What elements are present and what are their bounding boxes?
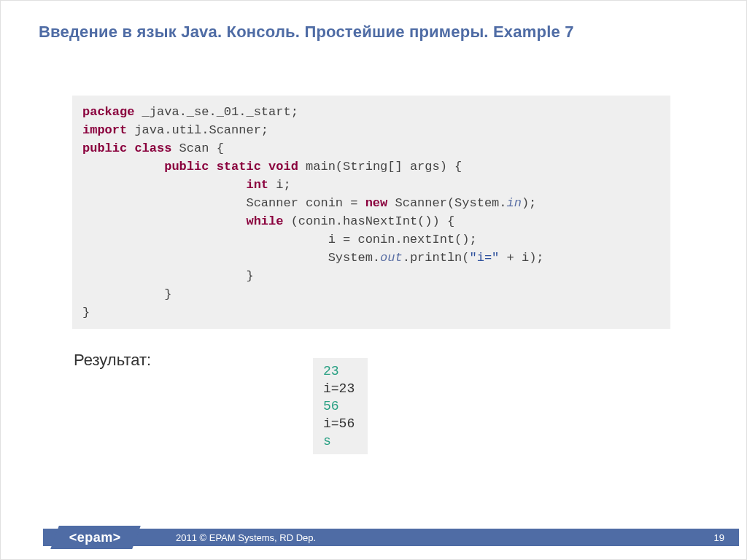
result-block: 23 i=23 56 i=56 s — [313, 358, 368, 454]
kw-method: public static void — [164, 160, 298, 174]
epam-logo: <epam> — [50, 526, 141, 549]
result-input: 23 — [323, 364, 339, 378]
code-text: } — [164, 287, 171, 301]
code-block: package _java._se._01._start; import jav… — [72, 96, 670, 329]
code-text: Scanner(System. — [387, 196, 506, 210]
code-text: (conin.hasNextInt()) { — [283, 214, 454, 228]
result-output: i=56 — [323, 416, 355, 431]
code-text: java.util.Scanner; — [127, 123, 268, 137]
code-pad — [82, 287, 164, 301]
kw-int: int — [246, 178, 268, 192]
code-text: + i); — [499, 251, 543, 265]
result-input: s — [323, 434, 331, 448]
footer-bar — [43, 529, 739, 546]
kw-import: import — [82, 123, 127, 137]
code-pad — [82, 269, 246, 283]
code-text: main(String[] args) { — [298, 160, 462, 174]
code-pad — [82, 196, 246, 210]
logo-text: <epam> — [69, 530, 121, 545]
kw-new: new — [365, 196, 388, 210]
code-pad — [82, 214, 246, 228]
code-pad — [82, 178, 246, 192]
code-text: } — [82, 306, 90, 319]
string-literal: "i=" — [470, 251, 500, 265]
page-number: 19 — [714, 532, 724, 543]
result-label: Результат: — [74, 351, 151, 370]
result-output: i=23 — [323, 381, 355, 396]
code-text: .println( — [403, 251, 470, 265]
slide-title: Введение в язык Java. Консоль. Простейши… — [39, 23, 708, 42]
kw-package: package — [82, 105, 134, 119]
code-text: Scan { — [171, 141, 223, 155]
kw-public-class: public class — [82, 141, 171, 155]
kw-while: while — [246, 214, 283, 228]
code-text: } — [246, 269, 253, 283]
slide: Введение в язык Java. Консоль. Простейши… — [0, 0, 747, 560]
code-text: i; — [268, 178, 291, 192]
code-pad — [82, 233, 328, 246]
code-text: ); — [522, 196, 536, 210]
code-text: Scanner conin = — [246, 196, 365, 210]
copyright-text: 2011 © EPAM Systems, RD Dep. — [176, 532, 316, 543]
code-pad — [82, 160, 164, 174]
result-input: 56 — [323, 399, 339, 413]
code-pad — [82, 251, 328, 265]
code-text: System. — [328, 251, 380, 265]
code-text: _java._se._01._start; — [134, 105, 298, 119]
field-out: out — [380, 251, 403, 265]
code-text: i = conin.nextInt(); — [328, 233, 477, 246]
field-in: in — [507, 196, 522, 210]
